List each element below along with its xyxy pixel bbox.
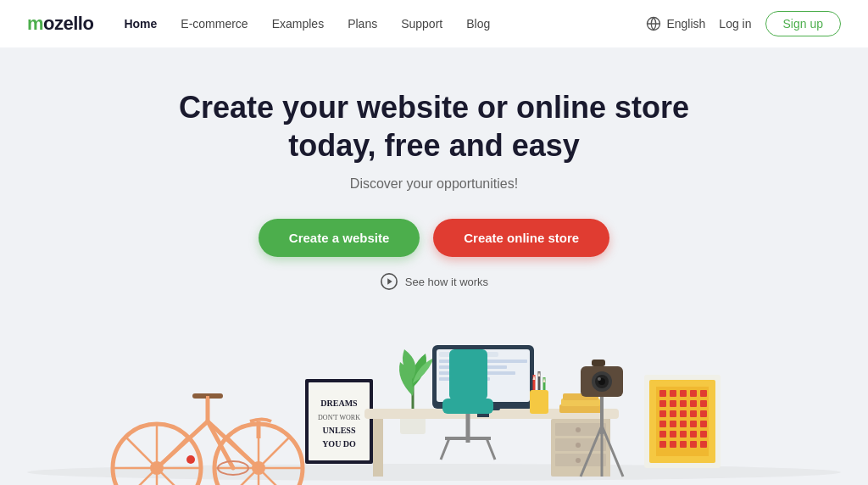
- svg-rect-96: [700, 421, 707, 427]
- svg-rect-97: [659, 431, 666, 438]
- svg-text:DREAMS: DREAMS: [320, 399, 358, 408]
- hero-section: Create your website or online store toda…: [0, 47, 868, 485]
- nav-ecommerce[interactable]: E-commerce: [181, 17, 248, 31]
- signup-button[interactable]: Sign up: [765, 11, 841, 36]
- svg-rect-106: [700, 441, 707, 448]
- svg-rect-92: [659, 421, 666, 427]
- svg-rect-48: [449, 349, 487, 400]
- svg-rect-105: [690, 441, 697, 448]
- nav-home[interactable]: Home: [124, 17, 157, 31]
- svg-text:YOU DO: YOU DO: [322, 439, 356, 449]
- svg-rect-81: [700, 390, 707, 397]
- svg-marker-2: [387, 278, 392, 284]
- svg-point-19: [186, 455, 195, 464]
- header-actions: English Log in Sign up: [646, 11, 841, 36]
- svg-rect-83: [670, 400, 676, 407]
- language-selector[interactable]: English: [646, 16, 705, 31]
- hero-subtitle: Discover your opportunities!: [350, 176, 518, 192]
- svg-rect-80: [690, 390, 697, 397]
- svg-rect-49: [442, 399, 493, 414]
- svg-line-52: [441, 438, 449, 460]
- svg-rect-103: [670, 441, 676, 448]
- hero-title: Create your website or online store toda…: [179, 88, 689, 164]
- svg-rect-30: [373, 419, 383, 477]
- svg-rect-84: [680, 400, 687, 407]
- nav-blog[interactable]: Blog: [466, 17, 490, 31]
- svg-rect-89: [680, 410, 687, 417]
- svg-rect-99: [680, 431, 687, 438]
- cta-buttons: Create a website Create online store: [259, 219, 609, 257]
- svg-rect-85: [690, 400, 697, 407]
- svg-text:UNLESS: UNLESS: [323, 426, 356, 435]
- svg-rect-98: [670, 431, 676, 438]
- svg-rect-69: [592, 360, 605, 366]
- svg-rect-91: [700, 410, 707, 417]
- nav-examples[interactable]: Examples: [272, 17, 324, 31]
- see-how-label: See how it works: [405, 276, 488, 288]
- main-nav: Home E-commerce Examples Plans Support B…: [124, 17, 646, 31]
- svg-point-38: [576, 458, 581, 463]
- svg-rect-82: [659, 400, 666, 407]
- see-how-works[interactable]: See how it works: [380, 272, 488, 291]
- svg-rect-77: [659, 390, 666, 397]
- svg-rect-78: [670, 390, 676, 397]
- svg-rect-87: [659, 410, 666, 417]
- svg-rect-35: [555, 454, 606, 466]
- svg-rect-86: [700, 400, 707, 407]
- svg-rect-34: [555, 438, 606, 451]
- svg-rect-54: [530, 390, 548, 414]
- create-store-button[interactable]: Create online store: [433, 219, 609, 257]
- svg-rect-101: [700, 431, 707, 438]
- svg-rect-94: [680, 421, 687, 427]
- nav-support[interactable]: Support: [401, 17, 442, 31]
- svg-point-37: [576, 443, 581, 448]
- play-icon: [380, 272, 398, 291]
- svg-rect-88: [670, 410, 676, 417]
- svg-line-53: [487, 438, 495, 460]
- svg-rect-104: [680, 441, 687, 448]
- login-button[interactable]: Log in: [719, 17, 751, 31]
- svg-rect-21: [309, 382, 370, 460]
- language-label: English: [666, 17, 705, 31]
- svg-rect-102: [659, 441, 666, 448]
- logo[interactable]: mozello: [27, 13, 93, 35]
- svg-text:DON'T WORK: DON'T WORK: [318, 414, 360, 421]
- svg-rect-95: [690, 421, 697, 427]
- svg-rect-93: [670, 421, 676, 427]
- svg-rect-90: [690, 410, 697, 417]
- svg-point-68: [598, 377, 601, 381]
- hero-illustration: DREAMS DON'T WORK UNLESS YOU DO: [0, 298, 868, 485]
- svg-rect-79: [680, 390, 687, 397]
- globe-icon: [646, 16, 661, 31]
- svg-rect-100: [690, 431, 697, 438]
- svg-point-36: [576, 427, 581, 432]
- create-website-button[interactable]: Create a website: [259, 219, 420, 257]
- nav-plans[interactable]: Plans: [348, 17, 377, 31]
